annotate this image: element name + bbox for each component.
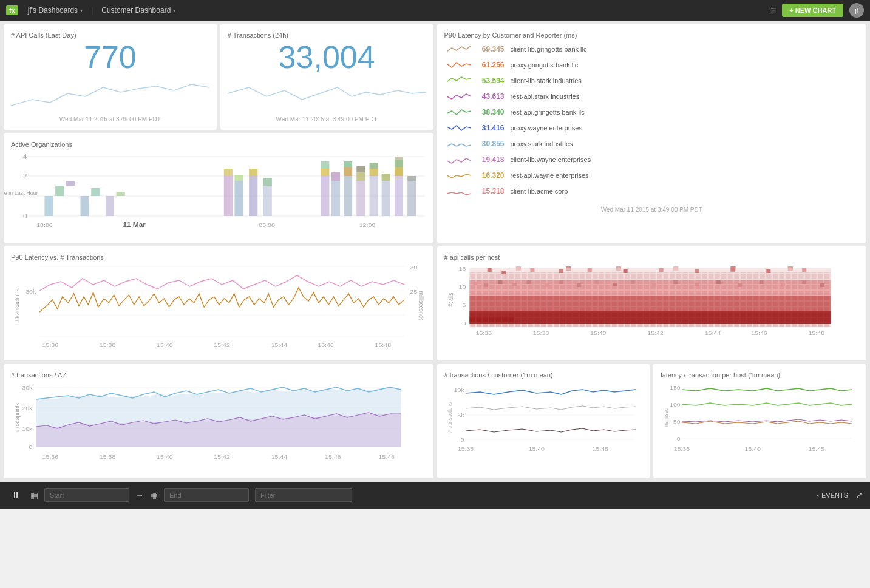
svg-rect-35 xyxy=(370,163,378,169)
active-orgs-chart: 4 2 0 xyxy=(23,150,425,229)
svg-text:15:40: 15:40 xyxy=(528,446,545,452)
svg-rect-24 xyxy=(321,161,329,169)
svg-rect-16 xyxy=(234,181,243,216)
pause-button[interactable]: ⏸ xyxy=(7,487,24,503)
svg-text:0: 0 xyxy=(677,436,681,442)
svg-rect-114 xyxy=(716,280,720,284)
events-button[interactable]: ‹ EVENTS xyxy=(817,492,848,499)
latency-per-host-title: latency / transaction per host (1m mean) xyxy=(661,371,859,379)
active-orgs-card: Active Organizations Active in Last Hour… xyxy=(4,133,433,243)
svg-text:15:44: 15:44 xyxy=(271,342,288,348)
svg-text:15:45: 15:45 xyxy=(809,446,825,452)
end-time-input[interactable] xyxy=(164,488,249,502)
svg-rect-95 xyxy=(659,268,663,272)
latency-table-row: 16.320rest-api.wayne enterprises xyxy=(444,167,860,183)
svg-text:15:45: 15:45 xyxy=(592,446,608,452)
svg-rect-100 xyxy=(473,282,477,285)
svg-rect-113 xyxy=(695,283,699,286)
svg-rect-89 xyxy=(487,268,491,272)
latency-per-host-card: latency / transaction per host (1m mean)… xyxy=(653,364,866,478)
svg-rect-115 xyxy=(738,283,742,287)
svg-rect-42 xyxy=(407,181,416,216)
svg-rect-31 xyxy=(356,172,365,181)
svg-rect-33 xyxy=(370,176,378,216)
user-avatar[interactable]: jf xyxy=(849,3,864,18)
filter-input[interactable] xyxy=(255,488,352,502)
dashboards-nav-item[interactable]: jf's Dashboards ▾ xyxy=(24,6,86,15)
latency-label: client-lib.stark industries xyxy=(508,73,860,89)
transactions-customer-chart: 10k 5k 0 # transactions 15:35 15:40 15:4… xyxy=(444,381,643,460)
svg-text:15:46: 15:46 xyxy=(751,330,767,336)
svg-text:#calls: #calls xyxy=(447,292,454,306)
latency-table-row: 30.855proxy.stark industries xyxy=(444,136,860,152)
calendar-start-icon: ▦ xyxy=(30,490,38,500)
svg-rect-106 xyxy=(559,280,563,284)
svg-text:15:42: 15:42 xyxy=(214,342,230,348)
api-calls-timestamp: Wed Mar 11 2015 at 3:49:00 PM PDT xyxy=(11,116,209,123)
svg-rect-12 xyxy=(106,196,114,216)
svg-rect-20 xyxy=(263,186,272,216)
svg-rect-10 xyxy=(81,196,89,216)
svg-rect-30 xyxy=(356,181,365,216)
nav-right: ≡ + NEW CHART jf xyxy=(770,3,864,18)
p90-latency-timestamp: Wed Mar 11 2015 at 3:49:00 PM PDT xyxy=(444,206,860,213)
svg-text:150: 150 xyxy=(670,385,681,391)
svg-text:15:46: 15:46 xyxy=(325,454,341,460)
svg-text:15:40: 15:40 xyxy=(590,330,607,336)
expand-button[interactable]: ⤢ xyxy=(855,490,863,500)
svg-rect-21 xyxy=(263,178,272,186)
svg-text:5k: 5k xyxy=(457,413,464,419)
svg-rect-99 xyxy=(802,268,806,272)
svg-text:50: 50 xyxy=(673,419,681,425)
svg-rect-36 xyxy=(382,181,390,216)
svg-rect-116 xyxy=(759,280,763,284)
svg-rect-38 xyxy=(395,176,403,216)
time-arrow: → xyxy=(135,490,144,500)
svg-text:10k: 10k xyxy=(22,426,32,432)
dashboards-label: jf's Dashboards xyxy=(28,6,78,15)
latency-label: proxy.gringotts bank llc xyxy=(508,57,860,73)
svg-rect-13 xyxy=(117,192,125,196)
svg-rect-14 xyxy=(224,176,233,216)
nav-separator: | xyxy=(91,6,93,15)
svg-text:100: 100 xyxy=(670,402,681,408)
svg-text:15:35: 15:35 xyxy=(457,446,474,452)
svg-rect-93 xyxy=(587,268,591,272)
latency-value: 53.594 xyxy=(475,73,508,89)
transactions-value: 33,004 xyxy=(228,41,426,73)
dashboard-chevron: ▾ xyxy=(173,8,175,13)
svg-rect-26 xyxy=(331,172,340,181)
svg-rect-39 xyxy=(395,167,403,176)
svg-text:2: 2 xyxy=(23,173,27,180)
bottom-right-controls: ‹ EVENTS ⤢ xyxy=(817,490,863,500)
svg-text:10: 10 xyxy=(458,284,466,290)
latency-label: client-lib.wayne enterprises xyxy=(508,152,860,167)
latency-value: 43.613 xyxy=(475,89,508,104)
svg-rect-41 xyxy=(395,157,403,160)
svg-text:15:46: 15:46 xyxy=(318,342,334,348)
svg-text:10k: 10k xyxy=(454,387,464,393)
start-time-input[interactable] xyxy=(44,488,129,502)
svg-rect-119 xyxy=(820,283,824,287)
svg-rect-91 xyxy=(530,268,534,272)
svg-text:5: 5 xyxy=(462,302,466,308)
bottom-navigation: ⏸ ▦ → ▦ ‹ EVENTS ⤢ xyxy=(0,482,870,509)
svg-rect-86 xyxy=(469,280,831,296)
svg-rect-87 xyxy=(469,296,831,311)
new-chart-button[interactable]: + NEW CHART xyxy=(782,4,843,17)
svg-text:15:35: 15:35 xyxy=(674,446,690,452)
current-dashboard-nav[interactable]: Customer Dashboard ▾ xyxy=(98,6,179,15)
svg-text:15:44: 15:44 xyxy=(704,330,721,336)
transactions-card: # Transactions (24h) 33,004 Wed Mar 11 2… xyxy=(220,24,433,130)
svg-text:15: 15 xyxy=(458,266,466,272)
svg-rect-7 xyxy=(44,196,53,216)
svg-text:15:48: 15:48 xyxy=(808,330,824,336)
svg-text:15:48: 15:48 xyxy=(378,454,395,460)
dashboard-grid: # API Calls (Last Day) 770 Wed Mar 11 20… xyxy=(0,21,870,482)
svg-rect-94 xyxy=(623,269,627,273)
nav-left: fx jf's Dashboards ▾ | Customer Dashboar… xyxy=(6,5,179,15)
hamburger-icon[interactable]: ≡ xyxy=(770,5,776,16)
svg-text:nanosec: nanosec xyxy=(662,408,669,427)
svg-rect-108 xyxy=(594,280,599,284)
svg-rect-117 xyxy=(780,283,784,286)
